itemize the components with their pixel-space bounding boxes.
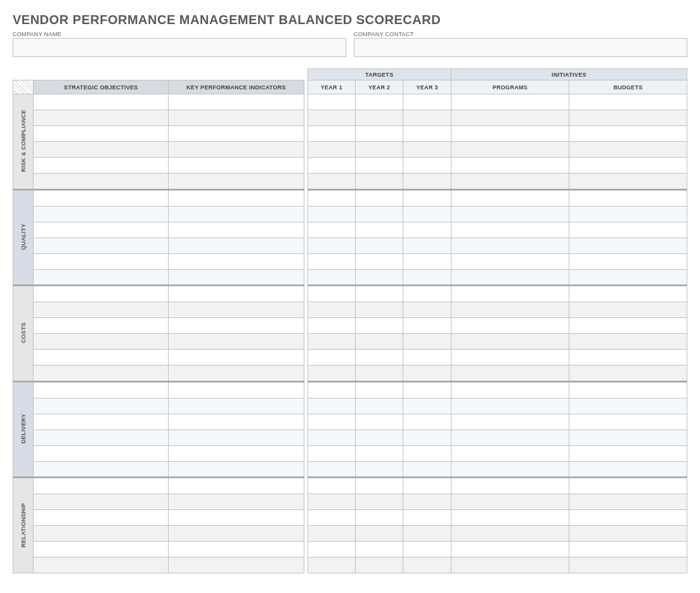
year1-cell[interactable] <box>308 318 355 334</box>
year3-cell[interactable] <box>403 222 451 238</box>
year1-cell[interactable] <box>308 302 355 318</box>
budgets-cell[interactable] <box>569 318 687 334</box>
programs-cell[interactable] <box>451 318 569 334</box>
year3-cell[interactable] <box>403 542 451 558</box>
year1-cell[interactable] <box>308 494 355 510</box>
year3-cell[interactable] <box>403 174 451 189</box>
kpi-cell[interactable] <box>169 494 304 510</box>
year1-cell[interactable] <box>308 126 355 142</box>
year1-cell[interactable] <box>308 222 355 238</box>
budgets-cell[interactable] <box>569 398 687 414</box>
year2-cell[interactable] <box>356 494 403 510</box>
budgets-cell[interactable] <box>569 174 687 189</box>
year2-cell[interactable] <box>356 414 403 430</box>
budgets-cell[interactable] <box>569 222 687 238</box>
year1-cell[interactable] <box>308 94 355 110</box>
year1-cell[interactable] <box>308 190 355 206</box>
budgets-cell[interactable] <box>569 142 687 158</box>
year2-cell[interactable] <box>356 302 403 318</box>
objective-cell[interactable] <box>34 110 169 126</box>
year1-cell[interactable] <box>308 382 355 398</box>
year2-cell[interactable] <box>356 478 403 494</box>
budgets-cell[interactable] <box>569 414 687 430</box>
kpi-cell[interactable] <box>169 350 304 366</box>
year1-cell[interactable] <box>308 430 355 445</box>
budgets-cell[interactable] <box>569 253 687 269</box>
year3-cell[interactable] <box>403 494 451 510</box>
year3-cell[interactable] <box>403 510 451 526</box>
budgets-cell[interactable] <box>569 445 687 461</box>
programs-cell[interactable] <box>451 94 569 110</box>
kpi-cell[interactable] <box>169 461 304 477</box>
objective-cell[interactable] <box>34 445 169 461</box>
budgets-cell[interactable] <box>569 478 687 494</box>
year1-cell[interactable] <box>308 269 355 285</box>
budgets-cell[interactable] <box>569 558 687 573</box>
year3-cell[interactable] <box>403 445 451 461</box>
kpi-cell[interactable] <box>169 158 304 174</box>
year3-cell[interactable] <box>403 558 451 573</box>
year1-cell[interactable] <box>308 366 355 381</box>
year2-cell[interactable] <box>356 286 403 302</box>
year1-cell[interactable] <box>308 206 355 222</box>
year3-cell[interactable] <box>403 350 451 366</box>
year1-cell[interactable] <box>308 478 355 494</box>
year1-cell[interactable] <box>308 350 355 366</box>
objective-cell[interactable] <box>34 350 169 366</box>
year1-cell[interactable] <box>308 286 355 302</box>
objective-cell[interactable] <box>34 366 169 381</box>
programs-cell[interactable] <box>451 190 569 206</box>
year3-cell[interactable] <box>403 461 451 477</box>
programs-cell[interactable] <box>451 142 569 158</box>
programs-cell[interactable] <box>451 526 569 542</box>
kpi-cell[interactable] <box>169 542 304 558</box>
programs-cell[interactable] <box>451 445 569 461</box>
company-contact-input[interactable] <box>354 38 687 57</box>
year1-cell[interactable] <box>308 542 355 558</box>
kpi-cell[interactable] <box>169 510 304 526</box>
budgets-cell[interactable] <box>569 494 687 510</box>
objective-cell[interactable] <box>34 94 169 110</box>
programs-cell[interactable] <box>451 269 569 285</box>
kpi-cell[interactable] <box>169 269 304 285</box>
programs-cell[interactable] <box>451 414 569 430</box>
year1-cell[interactable] <box>308 445 355 461</box>
year3-cell[interactable] <box>403 302 451 318</box>
kpi-cell[interactable] <box>169 478 304 494</box>
budgets-cell[interactable] <box>569 206 687 222</box>
kpi-cell[interactable] <box>169 222 304 238</box>
year3-cell[interactable] <box>403 126 451 142</box>
budgets-cell[interactable] <box>569 382 687 398</box>
year3-cell[interactable] <box>403 110 451 126</box>
year1-cell[interactable] <box>308 414 355 430</box>
objective-cell[interactable] <box>34 158 169 174</box>
year2-cell[interactable] <box>356 558 403 573</box>
year2-cell[interactable] <box>356 269 403 285</box>
kpi-cell[interactable] <box>169 253 304 269</box>
year2-cell[interactable] <box>356 430 403 445</box>
kpi-cell[interactable] <box>169 142 304 158</box>
year2-cell[interactable] <box>356 238 403 253</box>
year1-cell[interactable] <box>308 526 355 542</box>
year2-cell[interactable] <box>356 126 403 142</box>
budgets-cell[interactable] <box>569 350 687 366</box>
budgets-cell[interactable] <box>569 430 687 445</box>
year2-cell[interactable] <box>356 382 403 398</box>
year3-cell[interactable] <box>403 478 451 494</box>
budgets-cell[interactable] <box>569 334 687 350</box>
objective-cell[interactable] <box>34 190 169 206</box>
kpi-cell[interactable] <box>169 190 304 206</box>
objective-cell[interactable] <box>34 334 169 350</box>
year2-cell[interactable] <box>356 398 403 414</box>
budgets-cell[interactable] <box>569 510 687 526</box>
year3-cell[interactable] <box>403 190 451 206</box>
kpi-cell[interactable] <box>169 398 304 414</box>
programs-cell[interactable] <box>451 558 569 573</box>
objective-cell[interactable] <box>34 126 169 142</box>
programs-cell[interactable] <box>451 206 569 222</box>
objective-cell[interactable] <box>34 558 169 573</box>
year2-cell[interactable] <box>356 158 403 174</box>
programs-cell[interactable] <box>451 302 569 318</box>
programs-cell[interactable] <box>451 253 569 269</box>
kpi-cell[interactable] <box>169 414 304 430</box>
